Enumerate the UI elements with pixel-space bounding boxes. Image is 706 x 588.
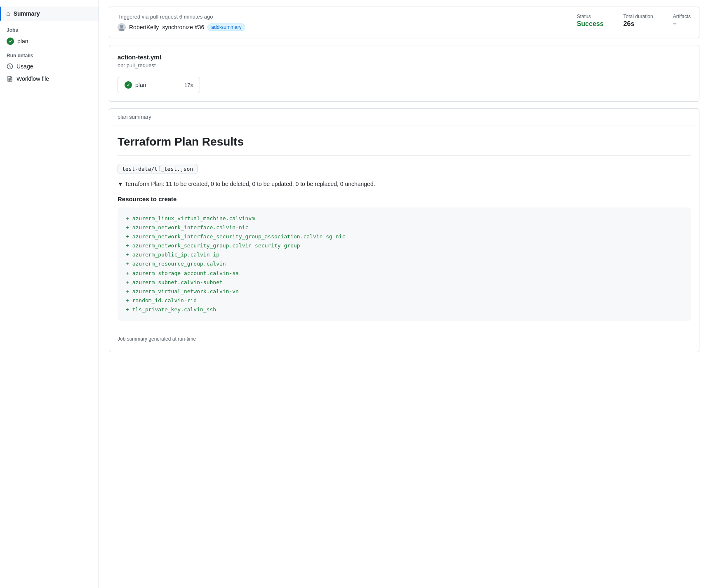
resources-code-block: + azurerm_linux_virtual_machine.calvinvm… [118, 207, 691, 321]
status-label: Status [577, 14, 604, 19]
resource-line: + azurerm_public_ip.calvin-ip [126, 250, 682, 259]
summary-main-title: Terraform Plan Results [118, 135, 691, 155]
job-check-icon [125, 81, 132, 89]
sidebar: ⌂ Summary Jobs plan Run details Usage Wo… [0, 0, 99, 588]
resource-line: + azurerm_resource_group.calvin [126, 259, 682, 268]
check-circle-icon [7, 38, 14, 45]
main-content: Triggered via pull request 6 minutes ago… [99, 0, 706, 588]
resource-line: + azurerm_linux_virtual_machine.calvinvm [126, 214, 682, 223]
workflow-file-label: Workflow file [16, 75, 49, 82]
resource-line: + azurerm_storage_account.calvin-sa [126, 269, 682, 278]
avatar [118, 23, 126, 31]
sidebar-item-workflow-file[interactable]: Workflow file [0, 73, 99, 85]
duration-value: 26s [624, 20, 653, 28]
job-box-name: plan [135, 82, 146, 88]
duration-label: Total duration [624, 14, 653, 19]
workflow-on: on: pull_request [118, 62, 691, 68]
resources-title: Resources to create [118, 195, 691, 202]
job-box-duration: 17s [184, 82, 193, 88]
artifacts-value: – [673, 20, 691, 28]
duration-stat: Total duration 26s [624, 14, 653, 28]
workflow-card: action-test.yml on: pull_request plan 17… [109, 45, 699, 102]
job-box-plan[interactable]: plan 17s [118, 77, 200, 93]
run-details-section-label: Run details [0, 48, 99, 60]
resource-line: + azurerm_virtual_network.calvin-vn [126, 287, 682, 296]
artifacts-label: Artifacts [673, 14, 691, 19]
plan-line: ▼ Terraform Plan: 11 to be created, 0 to… [118, 181, 691, 187]
sidebar-summary-label: Summary [14, 10, 40, 17]
code-file-badge: test-data/tf_test.json [118, 164, 198, 174]
resource-line: + azurerm_subnet.calvin-subnet [126, 278, 682, 287]
summary-section: plan summary Terraform Plan Results test… [109, 108, 699, 352]
info-bar: Triggered via pull request 6 minutes ago… [109, 7, 699, 38]
usage-label: Usage [16, 63, 33, 70]
summary-content: Terraform Plan Results test-data/tf_test… [109, 125, 699, 352]
resource-line: + tls_private_key.calvin_ssh [126, 305, 682, 314]
resource-line: + random_id.calvin-rid [126, 296, 682, 305]
clock-icon [7, 63, 13, 70]
resource-line: + azurerm_network_security_group.calvin-… [126, 241, 682, 250]
file-icon [7, 75, 13, 82]
summary-section-header: plan summary [109, 109, 699, 125]
trigger-text: Triggered via pull request 6 minutes ago [118, 14, 245, 20]
svg-point-2 [120, 25, 123, 28]
status-stat: Status Success [577, 14, 604, 28]
resource-line: + azurerm_network_interface.calvin-nic [126, 223, 682, 232]
artifacts-stat: Artifacts – [673, 14, 691, 28]
home-icon: ⌂ [6, 10, 10, 17]
workflow-filename: action-test.yml [118, 54, 691, 61]
sidebar-item-usage[interactable]: Usage [0, 60, 99, 73]
resource-line: + azurerm_network_interface_security_gro… [126, 232, 682, 241]
job-summary-footer: Job summary generated at run-time [118, 331, 691, 342]
jobs-section-label: Jobs [0, 22, 99, 35]
user-name: RobertKelly [129, 24, 159, 31]
sync-text: synchronize #36 [162, 24, 204, 31]
status-value: Success [577, 20, 604, 28]
sidebar-item-summary[interactable]: ⌂ Summary [0, 7, 99, 21]
job-box-left: plan [125, 81, 146, 89]
branch-badge[interactable]: add-summary [207, 24, 245, 31]
plan-job-label: plan [17, 38, 28, 45]
sidebar-item-plan[interactable]: plan [0, 35, 99, 48]
